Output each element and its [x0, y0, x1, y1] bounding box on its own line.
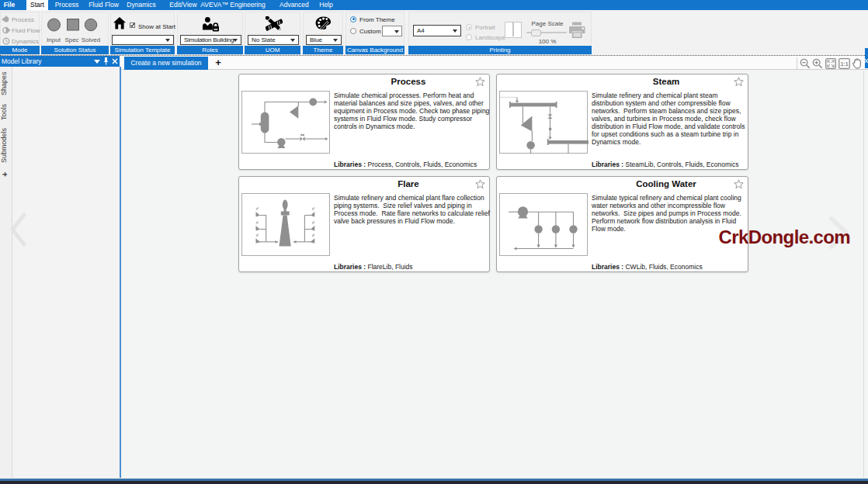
svg-text:1:1: 1:1	[840, 61, 848, 67]
